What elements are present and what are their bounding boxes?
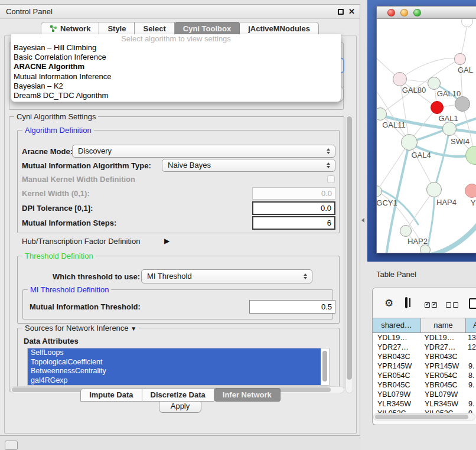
scrollbar-thumb[interactable] [347, 116, 352, 380]
which-threshold-label: Which threshold to use: [53, 272, 140, 281]
column-header-partial[interactable]: A [466, 318, 476, 332]
table-row[interactable]: YPR145WYPR145W9. [373, 361, 476, 371]
list-scrollbar[interactable] [322, 351, 327, 381]
table-row[interactable]: YDR27…YDR27…12 [373, 343, 476, 352]
network-node[interactable] [431, 101, 444, 114]
network-node[interactable] [455, 96, 470, 112]
tab-label: Infer Network [223, 390, 272, 399]
data-attributes-list[interactable]: SelfLoopsTopologicalCoefficientBetweenne… [27, 348, 330, 386]
scrollbar-thumb[interactable] [375, 415, 468, 419]
tab-label: Network [60, 24, 90, 33]
manual-kernel-width-checkbox[interactable] [327, 175, 335, 183]
table-row[interactable]: YER054CYER054C8. [373, 371, 476, 380]
table-panel-area: Table Panel ⚙ shared… name A YDL19…YDL19… [360, 262, 476, 450]
float-window-icon[interactable] [338, 9, 344, 15]
columns-icon[interactable] [405, 297, 407, 308]
attribute-list-item[interactable]: TopologicalCoefficient [28, 358, 321, 367]
network-node[interactable] [465, 184, 476, 198]
which-threshold-combobox[interactable]: MI Threshold [141, 269, 312, 283]
node-label: SWI4 [451, 137, 470, 146]
network-node[interactable] [420, 244, 431, 253]
aracne-mode-combobox[interactable]: Discovery [72, 145, 335, 158]
table-row[interactable]: YBR045CYBR045C9. [373, 380, 476, 390]
tab-label: Select [143, 24, 165, 33]
collapse-arrow-icon: ▼ [131, 325, 136, 332]
algorithm-option[interactable]: Bayesian – Hill Climbing [11, 43, 341, 53]
algorithm-option[interactable]: Dream8 DC_TDC Algorithm [11, 91, 341, 100]
network-view-window[interactable]: GALGAL80GAL10GAL1GAL11SWI4GAL4GCY1HAP4YH… [376, 6, 476, 253]
tab-jactivemnodules[interactable]: jActiveMNodules [240, 22, 319, 35]
table-row[interactable]: YBR043CYBR043C [373, 352, 476, 361]
table-cell: 9. [466, 380, 476, 390]
table-row[interactable]: YBL079WYBL079W [373, 390, 476, 399]
algorithm-option[interactable]: Basic Correlation Inference [11, 53, 341, 62]
tab-label: Discretize Data [151, 390, 206, 399]
network-node[interactable] [426, 182, 442, 197]
tab-select[interactable]: Select [135, 22, 174, 35]
table-cell: YDL19… [421, 333, 466, 343]
table-cell: YIL052C [373, 409, 421, 413]
network-node[interactable] [400, 225, 412, 237]
tab-cyni-toolbox[interactable]: Cyni Toolbox [175, 22, 240, 35]
select-all-columns-icon[interactable] [425, 300, 439, 309]
mi-threshold-label: Mutual Information Threshold: [30, 302, 141, 311]
group-title: Sources for Network Inference ▼ [22, 324, 139, 332]
algorithm-option[interactable]: ARACNE Algorithm [11, 62, 341, 71]
column-header-shared-name[interactable]: shared… [373, 318, 421, 332]
tab-style[interactable]: Style [99, 22, 135, 35]
algorithm-option[interactable]: Bayesian – K2 [11, 81, 341, 91]
export-table-icon[interactable] [469, 298, 476, 309]
network-node[interactable] [401, 134, 418, 151]
settings-vertical-scrollbar[interactable] [345, 115, 353, 393]
mi-algorithm-type-combobox[interactable]: Naive Bayes [162, 159, 335, 172]
close-icon[interactable]: ✕ [348, 7, 355, 16]
spinner-arrows-icon [304, 273, 307, 279]
tab-network[interactable]: Network [41, 22, 99, 35]
table-row[interactable]: YLR345WYLR345W9. [373, 399, 476, 409]
network-node[interactable] [442, 122, 457, 136]
network-edge [431, 221, 476, 253]
table-cell: 12 [465, 343, 476, 352]
dpi-tolerance-field[interactable]: 0.0 [252, 201, 335, 215]
mi-steps-field[interactable]: 6 [252, 216, 335, 230]
network-edge [400, 58, 460, 79]
attribute-list-item[interactable]: BetweennessCentrality [28, 367, 321, 376]
minimize-traffic-light-icon[interactable] [400, 9, 408, 17]
network-node[interactable] [454, 53, 466, 65]
table-row[interactable]: YIL052CYIL052C9 [373, 409, 476, 413]
mi-threshold-field[interactable]: 0.5 [249, 300, 335, 314]
attribute-list-item[interactable]: gal4RGexp [28, 376, 321, 386]
column-header-name[interactable]: name [421, 318, 466, 332]
table-cell: YBL079W [421, 390, 466, 399]
table-row[interactable]: YDL19…YDL19…13 [373, 333, 476, 343]
table-cell: 9. [466, 361, 476, 371]
algorithm-selection-popup: Select algorithm to view settings Bayesi… [11, 34, 341, 102]
tab-discretize-data[interactable]: Discretize Data [142, 388, 214, 402]
algorithm-option-list: Bayesian – Hill ClimbingBasic Correlatio… [11, 43, 341, 100]
algorithm-option[interactable]: Mutual Information Inference [11, 72, 341, 81]
gear-icon[interactable]: ⚙ [384, 298, 393, 308]
node-label: HAP2 [407, 237, 428, 246]
attribute-list-item[interactable]: SelfLoops [28, 348, 321, 358]
zoom-traffic-light-icon[interactable] [413, 9, 421, 17]
network-node[interactable] [393, 72, 407, 86]
network-node[interactable] [428, 77, 441, 90]
expand-arrow-icon[interactable]: ▶ [164, 237, 169, 245]
close-traffic-light-icon[interactable] [387, 9, 395, 17]
table-cell: YIL052C [421, 409, 466, 413]
network-canvas[interactable]: GALGAL80GAL10GAL1GAL11SWI4GAL4GCY1HAP4YH… [377, 19, 476, 253]
tab-infer-network[interactable]: Infer Network [214, 388, 281, 402]
network-desktop: GALGAL80GAL10GAL1GAL11SWI4GAL4GCY1HAP4YH… [367, 0, 476, 262]
deselect-all-columns-icon[interactable] [446, 300, 460, 309]
table-cell: YPR145W [421, 361, 466, 371]
network-window-titlebar[interactable] [377, 6, 476, 19]
panel-splitter-arrow-icon[interactable] [361, 218, 364, 223]
node-label: GAL4 [411, 151, 431, 159]
spinner-arrows-icon [327, 162, 330, 168]
collapsed-panel-icon[interactable] [5, 441, 18, 450]
kernel-width-field[interactable]: 0.0 [252, 187, 335, 200]
table-horizontal-scrollbar[interactable] [373, 413, 475, 420]
tab-impute-data[interactable]: Impute Data [80, 388, 142, 402]
table-cell: YER054C [373, 371, 421, 380]
top-tab-strip: Network Style Select Cyni Toolbox jActiv… [0, 22, 360, 35]
